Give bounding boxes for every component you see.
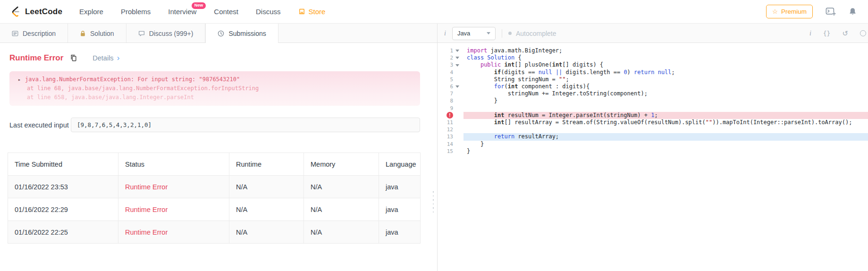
code-line-13: 13 return resultArray; (438, 133, 868, 140)
gutter: 9 (438, 105, 463, 112)
col-memory: Memory (304, 153, 379, 176)
nav-item-store[interactable]: Store (298, 8, 326, 16)
panel-tabs: Description Solution Discuss (999+) (0, 24, 438, 43)
chevron-right-icon: › (117, 54, 120, 62)
expand-arrow-icon: ▸ (18, 77, 21, 82)
error-line-main[interactable]: ▸java.lang.NumberFormatException: For in… (18, 75, 412, 84)
code-line-5: 5 String stringNum = ""; (438, 76, 868, 83)
editor-info-icon[interactable]: i (809, 30, 811, 37)
navbar-right: ☆ Premium (766, 5, 857, 18)
cell-memory: N/A (304, 176, 379, 198)
error-stack-box: ▸java.lang.NumberFormatException: For in… (9, 71, 420, 106)
gutter: 3 (438, 61, 463, 68)
code-line-8: 8 } (438, 97, 868, 104)
leetcode-logo-icon (9, 6, 21, 17)
code-line-1: 1import java.math.BigInteger; (438, 47, 868, 54)
cell-runtime: N/A (229, 221, 304, 244)
panel-resize-handle[interactable] (433, 191, 434, 212)
cell-status: Runtime Error (118, 198, 229, 221)
chevron-down-icon (487, 32, 490, 34)
gutter: 15 (438, 148, 463, 155)
code-line-2: 2class Solution { (438, 54, 868, 61)
fold-arrow-icon[interactable] (453, 85, 462, 88)
autocomplete-dot-icon (508, 32, 512, 35)
col-runtime: Runtime (229, 153, 304, 176)
gutter: 1 (438, 47, 463, 54)
cell-time-submitted: 01/16/2022 23:53 (8, 176, 118, 198)
last-input-row: Last executed input [9,8,7,6,5,4,3,2,1,0… (9, 118, 420, 132)
col-status: Status (118, 153, 229, 176)
tab-submissions[interactable]: Submissions (205, 24, 278, 43)
cell-time-submitted: 01/16/2022 22:29 (8, 198, 118, 221)
settings-icon[interactable] (860, 30, 866, 36)
gutter: 7 (438, 90, 463, 97)
language-select[interactable]: Java (452, 27, 496, 40)
submissions-table-body: 01/16/2022 23:53Runtime ErrorN/AN/Ajava0… (8, 176, 421, 244)
fold-arrow-icon[interactable] (453, 64, 462, 67)
nav-item-discuss[interactable]: Discuss (256, 8, 281, 16)
tab-discuss[interactable]: Discuss (999+) (126, 24, 206, 43)
main-nav: Explore Problems Interview New Contest D… (79, 8, 325, 16)
discuss-bubble-icon (138, 30, 145, 37)
description-icon (12, 30, 18, 37)
cell-runtime: N/A (229, 176, 304, 198)
leetcode-logo[interactable]: LeetCode (9, 6, 62, 17)
main-content: Runtime Error Details › ▸java.lang.Numbe… (0, 43, 868, 271)
table-row[interactable]: 01/16/2022 22:29Runtime ErrorN/AN/Ajava (8, 198, 421, 221)
cell-language: java (379, 176, 421, 198)
cell-runtime: N/A (229, 198, 304, 221)
new-badge: New (192, 2, 206, 9)
code-line-15: 15} (438, 148, 868, 155)
playground-icon[interactable] (826, 8, 836, 16)
gutter: 5 (438, 76, 463, 83)
code-line-3: 3 public int[] plusOne(int[] digits) { (438, 61, 868, 68)
gutter: 13 (438, 133, 463, 140)
table-header-row: Time Submitted Status Runtime Memory Lan… (8, 153, 421, 176)
editor-toolbar: i Java Autocomplete i {} ↺ (438, 24, 868, 43)
code-line-9: 9 (438, 105, 868, 112)
autocomplete-label: Autocomplete (516, 30, 556, 37)
notifications-bell-icon[interactable] (849, 8, 857, 16)
error-marker-icon[interactable]: ! (447, 112, 453, 119)
nav-item-problems[interactable]: Problems (121, 8, 151, 16)
nav-item-contest[interactable]: Contest (214, 8, 238, 16)
cell-language: java (379, 198, 421, 221)
code-lines[interactable]: 1import java.math.BigInteger;2class Solu… (438, 43, 868, 155)
code-line-12: 12 (438, 126, 868, 133)
code-line-6: 6 for(int component : digits){ (438, 83, 868, 90)
premium-button[interactable]: ☆ Premium (766, 5, 813, 18)
top-navbar: LeetCode Explore Problems Interview New … (0, 0, 868, 24)
copy-icon[interactable] (70, 54, 77, 62)
store-icon (298, 8, 305, 15)
language-select-value: Java (457, 30, 470, 37)
table-row[interactable]: 01/16/2022 22:25Runtime ErrorN/AN/Ajava (8, 221, 421, 244)
fold-arrow-icon[interactable] (453, 57, 462, 59)
cell-language: java (379, 221, 421, 244)
toolbar-divider (502, 29, 502, 38)
gutter: 4 (438, 69, 463, 76)
fold-arrow-icon[interactable] (453, 50, 462, 52)
nav-item-explore[interactable]: Explore (79, 8, 103, 16)
tab-description[interactable]: Description (0, 24, 68, 43)
table-row[interactable]: 01/16/2022 23:53Runtime ErrorN/AN/Ajava (8, 176, 421, 198)
nav-item-interview[interactable]: Interview New (168, 8, 196, 16)
col-language: Language (379, 153, 421, 176)
format-code-icon[interactable]: {} (823, 30, 831, 37)
tab-solution[interactable]: Solution (68, 24, 126, 43)
details-link[interactable]: Details › (93, 54, 119, 62)
code-line-4: 4 if(digits == null || digits.length == … (438, 69, 868, 76)
cell-time-submitted: 01/16/2022 22:25 (8, 221, 118, 244)
gutter: 6 (438, 83, 463, 90)
gutter: 2 (438, 54, 463, 61)
language-info-icon[interactable]: i (444, 30, 446, 37)
cell-status: Runtime Error (118, 176, 229, 198)
code-line-10: ! int resultNum = Integer.parseInt(strin… (438, 112, 868, 119)
code-editor-panel: 1import java.math.BigInteger;2class Solu… (438, 43, 868, 271)
error-line-stack-2: at line 658, java.base/java.lang.Integer… (18, 93, 412, 102)
reset-code-icon[interactable]: ↺ (842, 29, 848, 38)
submissions-table: Time Submitted Status Runtime Memory Lan… (8, 152, 421, 244)
gutter: 12 (438, 126, 463, 133)
gutter: 8 (438, 97, 463, 104)
last-input-value[interactable]: [9,8,7,6,5,4,3,2,1,0] (71, 118, 420, 132)
autocomplete-toggle[interactable]: Autocomplete (508, 30, 556, 37)
